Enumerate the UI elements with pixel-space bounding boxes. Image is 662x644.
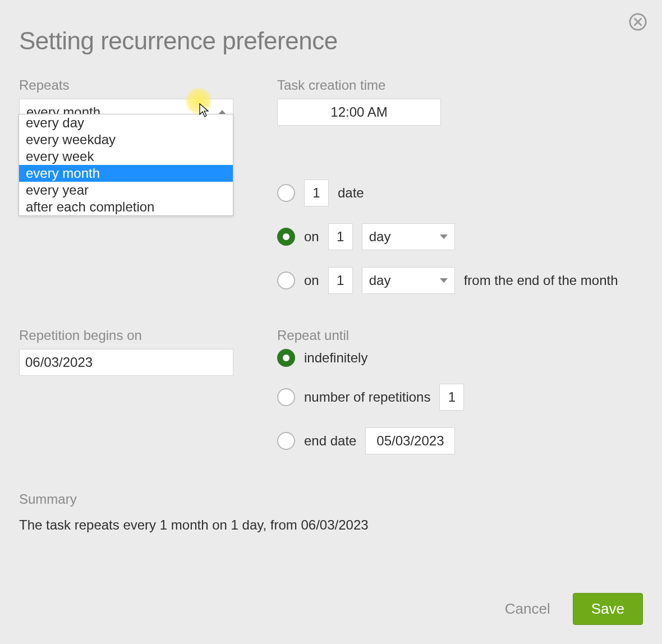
task-creation-time-label: Task creation time: [277, 77, 643, 93]
chevron-down-icon: [440, 234, 448, 239]
chevron-down-icon: [440, 278, 448, 283]
monthly-option-date-row: date: [277, 180, 643, 206]
from-end-value-input[interactable]: [328, 267, 353, 294]
monthly-option-on-day-row: on day: [277, 223, 643, 250]
repetition-begins-label: Repetition begins on: [19, 328, 277, 343]
monthly-option-from-end-row: on day from the end of the month: [277, 267, 643, 294]
close-button[interactable]: [628, 12, 647, 31]
on-day-unit-value: day: [369, 229, 391, 245]
repeats-option-every-day[interactable]: every day: [19, 114, 233, 131]
end-date-label: end date: [304, 433, 356, 449]
dialog-title: Setting recurrence preference: [19, 27, 643, 55]
date-value-input[interactable]: [304, 180, 329, 206]
repeats-option-after-completion[interactable]: after each completion: [19, 199, 233, 215]
radio-end-date[interactable]: [277, 432, 295, 450]
from-end-unit-value: day: [369, 273, 391, 288]
repeats-dropdown-menu[interactable]: every day every weekday every week every…: [19, 114, 233, 216]
from-end-unit-select[interactable]: day: [362, 267, 455, 294]
on-day-value-input[interactable]: [328, 223, 353, 250]
recurrence-dialog: Setting recurrence preference Repeats ev…: [0, 0, 662, 644]
radio-on-day[interactable]: [277, 228, 295, 246]
repeats-label: Repeats: [19, 77, 277, 93]
repeats-option-every-month[interactable]: every month: [19, 165, 233, 182]
summary-label: Summary: [19, 491, 643, 507]
radio-date[interactable]: [277, 184, 295, 202]
repeats-option-every-year[interactable]: every year: [19, 182, 233, 199]
task-creation-time-input[interactable]: [277, 99, 441, 126]
radio-indefinitely[interactable]: [277, 349, 295, 367]
indefinitely-label: indefinitely: [304, 350, 367, 366]
repetition-begins-input[interactable]: [19, 349, 233, 376]
date-label: date: [338, 185, 364, 201]
radio-number[interactable]: [277, 388, 295, 406]
repeat-until-indefinitely-row: indefinitely: [277, 349, 643, 367]
radio-from-end[interactable]: [277, 272, 295, 289]
close-icon: [628, 12, 647, 31]
repeat-until-end-date-row: end date: [277, 427, 643, 454]
repeat-until-label: Repeat until: [277, 328, 643, 343]
end-date-input[interactable]: [365, 427, 455, 454]
number-value-input[interactable]: [439, 384, 464, 411]
summary-text: The task repeats every 1 month on 1 day,…: [19, 517, 643, 533]
cancel-button[interactable]: Cancel: [499, 595, 556, 623]
number-label: number of repetitions: [304, 389, 430, 405]
from-end-suffix: from the end of the month: [464, 273, 618, 288]
repeat-until-number-row: number of repetitions: [277, 384, 643, 411]
from-end-prefix: on: [304, 273, 319, 288]
repeats-option-every-week[interactable]: every week: [19, 148, 233, 165]
repeats-option-every-weekday[interactable]: every weekday: [19, 131, 233, 148]
on-day-unit-select[interactable]: day: [362, 223, 455, 250]
save-button[interactable]: Save: [573, 593, 643, 625]
on-prefix: on: [304, 229, 319, 245]
